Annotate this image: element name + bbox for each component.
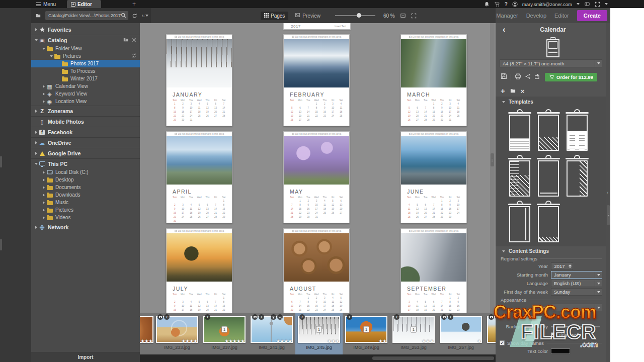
help-icon[interactable]: ? (505, 2, 508, 7)
calendar-page-june[interactable]: iDo not put anything important in this a… (400, 131, 467, 223)
year-stepper[interactable]: 2017 (551, 262, 573, 270)
template-option-6-photo-right-hatch[interactable] (564, 155, 590, 197)
thumbnail-photo[interactable]: ★★★ (140, 316, 153, 343)
thumbnail-img-233-jpg[interactable]: i★★★★IMG_233.jpg (153, 313, 201, 354)
calendar-title-page[interactable]: 2017 Insert Text (283, 23, 351, 30)
expand-arrow-icon[interactable] (33, 152, 39, 155)
expand-arrow-icon[interactable] (41, 100, 46, 103)
tab-editor[interactable]: + Editor (67, 0, 101, 8)
sidebar-item-downloads[interactable]: Downloads (31, 191, 140, 199)
template-option-4-hatch-left[interactable] (507, 155, 533, 197)
template-option-2-photo-hatch[interactable] (535, 110, 561, 151)
back-button[interactable]: ‹ (503, 26, 505, 33)
calendar-page-march[interactable]: iDo not put anything important in this a… (400, 34, 467, 126)
collapse-arrow-icon[interactable] (501, 250, 506, 252)
zoom-slider[interactable] (335, 15, 375, 16)
calendar-page-september[interactable]: iDo not put anything important in this a… (400, 228, 467, 313)
first-day-select[interactable]: Sunday (551, 288, 602, 296)
canvas-scrollbar-thumb[interactable] (491, 153, 494, 166)
thumbnail-img-237-jpg[interactable]: i1★★★★★IMG_237.jpg (201, 313, 248, 354)
sort-icon[interactable]: ↑↓ (141, 14, 148, 18)
star-rating[interactable]: ★★★ (327, 338, 339, 344)
account-icon[interactable] (512, 2, 518, 7)
expand-arrow-icon[interactable] (41, 186, 46, 189)
delete-page-button[interactable]: × (521, 87, 525, 95)
panel-scrollbar[interactable]: › (606, 23, 610, 362)
calendar-page-april[interactable]: iDo not put anything important in this a… (166, 131, 232, 223)
star-rating[interactable]: ★ (477, 338, 481, 344)
thumbnail-img-241-jpg[interactable]: i★★★★IMG_241.jpg (248, 313, 295, 354)
expand-arrow-icon[interactable] (41, 171, 46, 174)
expand-arrow-icon[interactable] (33, 110, 39, 113)
title-page-checkbox[interactable]: ✓ (551, 332, 556, 337)
folder-add-icon[interactable] (123, 37, 129, 43)
thumbnail-cut[interactable]: ★★★ (140, 313, 153, 343)
export-button[interactable] (534, 72, 540, 81)
star-rating[interactable]: ★★★ (140, 338, 152, 344)
panel-collapse-handle[interactable] (0, 156, 2, 167)
template-option-1-photo-lines[interactable] (507, 110, 533, 151)
thumbnail-photo[interactable]: i1★★★ (298, 316, 340, 343)
tab-create[interactable]: Create (577, 10, 607, 21)
zoom-slider-thumb[interactable] (357, 13, 361, 18)
sidebar-item-network[interactable]: Network (31, 223, 140, 232)
expand-arrow-icon[interactable] (48, 55, 54, 57)
preview-canvas[interactable]: 2017 Insert Text iDo not put anything im… (140, 23, 496, 313)
menu-icon[interactable] (36, 3, 41, 6)
thumbnail-photo[interactable]: i (487, 316, 496, 343)
sidebar-item-documents[interactable]: Documents (31, 184, 140, 191)
calendar-page-august[interactable]: iDo not put anything important in this a… (283, 228, 350, 313)
sync-icon[interactable] (131, 53, 137, 59)
template-option-5-photo-full-line[interactable] (535, 155, 561, 197)
expand-arrow-icon[interactable] (33, 131, 39, 134)
expand-arrow-icon[interactable] (41, 178, 46, 182)
account-email[interactable]: mary.smith@zoner.com (522, 2, 572, 7)
expand-arrow-icon[interactable] (33, 141, 39, 144)
expand-arrow-icon[interactable] (33, 39, 39, 41)
sidebar-item-location-view[interactable]: ◉Location View (31, 98, 140, 105)
notifications-bell-icon[interactable] (484, 2, 490, 7)
expand-arrow-icon[interactable] (41, 194, 46, 197)
calendar-page-may[interactable]: iDo not put anything important in this a… (283, 131, 350, 223)
sidebar-item-photos-2017[interactable]: Photos 2017 (31, 60, 140, 67)
thumbnail-photo[interactable]: i1★★★ (392, 316, 435, 343)
thumbnail-img-249-jpg[interactable]: i1★★IMG_249.jpg (343, 313, 390, 354)
save-button[interactable] (501, 72, 507, 81)
panel-scrollbar-thumb[interactable] (607, 205, 610, 225)
panel-collapse-handle[interactable] (0, 239, 2, 250)
thumbnail-photo[interactable]: i1★★ (345, 316, 387, 343)
panel-collapse-arrow[interactable]: › (607, 190, 608, 195)
duplicate-page-button[interactable] (510, 86, 516, 96)
print-button[interactable] (515, 72, 521, 81)
thumbnail-img-257-jpg[interactable]: i★IMG_257.jpg (437, 313, 485, 354)
filmstrip-scrollbar[interactable] (140, 354, 496, 362)
sidebar-item-local-disk-c[interactable]: Local Disk (C:) (31, 168, 140, 176)
star-rating[interactable]: ★★★★★ (224, 338, 245, 344)
expand-arrow-icon[interactable] (33, 226, 39, 229)
format-select[interactable]: A4 (8.27" × 11.7") one-month (500, 59, 602, 67)
thumbnail-photo[interactable]: i★ (440, 316, 482, 343)
expand-arrow-icon[interactable] (41, 48, 46, 50)
star-rating[interactable]: ★★★ (422, 338, 434, 344)
sidebar-item-zonerama[interactable]: ZZonerama (31, 107, 140, 116)
thumbnail-img[interactable]: iIMG (485, 313, 496, 350)
account-dropdown-icon[interactable] (577, 3, 580, 5)
dual-display-icon[interactable] (584, 2, 590, 7)
language-select[interactable]: English (US) (551, 280, 602, 287)
zoom-one-to-one-button[interactable] (400, 13, 406, 18)
gear-icon[interactable] (131, 37, 137, 44)
calendar-page-february[interactable]: iDo not put anything important in this a… (283, 34, 350, 126)
calendar-page-january[interactable]: iDo not put anything important in this a… (166, 34, 232, 126)
new-tab-button[interactable]: + (132, 1, 136, 8)
expand-arrow-icon[interactable] (41, 209, 46, 212)
font-select[interactable] (551, 304, 602, 311)
template-option-3-photo-columns[interactable] (564, 110, 590, 151)
background-opacity-slider[interactable] (551, 326, 600, 327)
tab-editor[interactable]: Editor (554, 13, 569, 19)
pages-view-button[interactable]: Pages (261, 12, 288, 20)
sidebar-item-winter-2017[interactable]: Winter 2017 (31, 75, 140, 82)
starting-month-select[interactable]: January (551, 271, 602, 279)
fit-to-screen-button[interactable] (411, 13, 417, 19)
collapse-arrow-icon[interactable] (501, 101, 506, 103)
expand-arrow-icon[interactable] (41, 201, 46, 204)
